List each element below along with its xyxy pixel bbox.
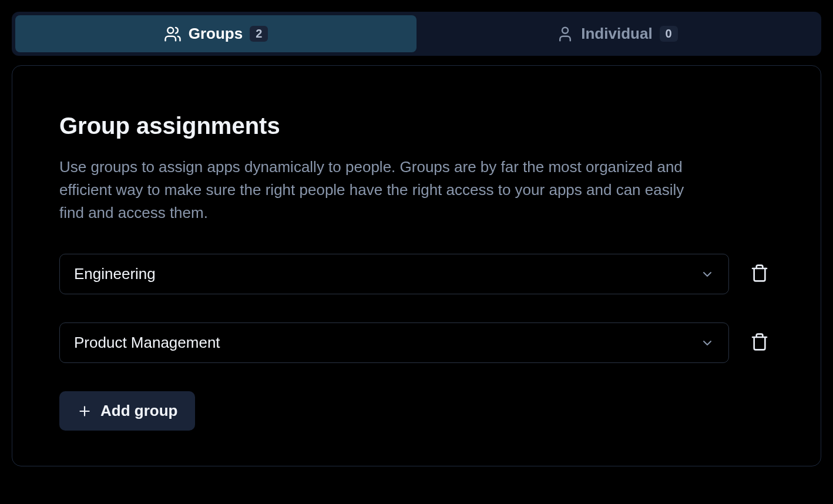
panel-description: Use groups to assign apps dynamically to… [59,156,706,224]
user-icon [556,25,574,43]
users-icon [164,25,182,43]
group-row: Product Management [59,322,774,363]
group-select[interactable]: Engineering [59,254,729,294]
tab-groups-label: Groups [189,25,243,43]
tab-individual-count: 0 [660,26,678,42]
chevron-down-icon [700,267,714,281]
group-select-label: Product Management [74,334,220,352]
group-select-label: Engineering [74,265,156,283]
tab-individual[interactable]: Individual 0 [416,15,818,52]
group-list: Engineering Product M [59,254,774,363]
svg-point-0 [167,27,173,33]
add-group-button[interactable]: Add group [59,391,195,431]
chevron-down-icon [700,336,714,350]
plus-icon [77,404,92,419]
tab-bar: Groups 2 Individual 0 [12,12,821,56]
tab-individual-label: Individual [581,25,652,43]
group-row: Engineering [59,254,774,294]
group-select[interactable]: Product Management [59,322,729,363]
svg-point-1 [562,27,568,33]
delete-group-button[interactable] [745,259,774,289]
trash-icon [750,264,769,284]
trash-icon [750,332,769,353]
panel-title: Group assignments [59,113,774,139]
tab-groups[interactable]: Groups 2 [15,15,416,52]
tab-groups-count: 2 [250,26,268,42]
add-group-label: Add group [100,402,177,420]
group-assignments-panel: Group assignments Use groups to assign a… [12,65,821,466]
delete-group-button[interactable] [745,328,774,358]
